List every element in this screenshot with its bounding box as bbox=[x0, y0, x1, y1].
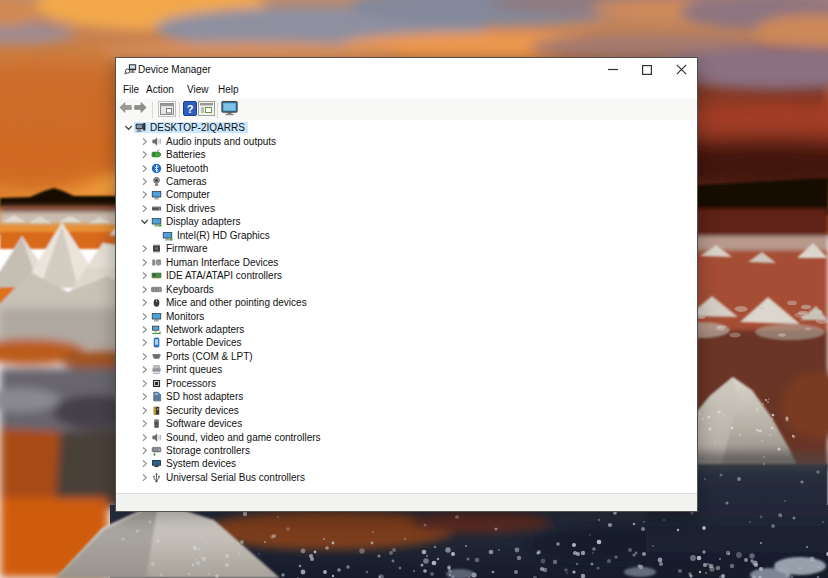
svg-text:?: ? bbox=[187, 103, 194, 115]
